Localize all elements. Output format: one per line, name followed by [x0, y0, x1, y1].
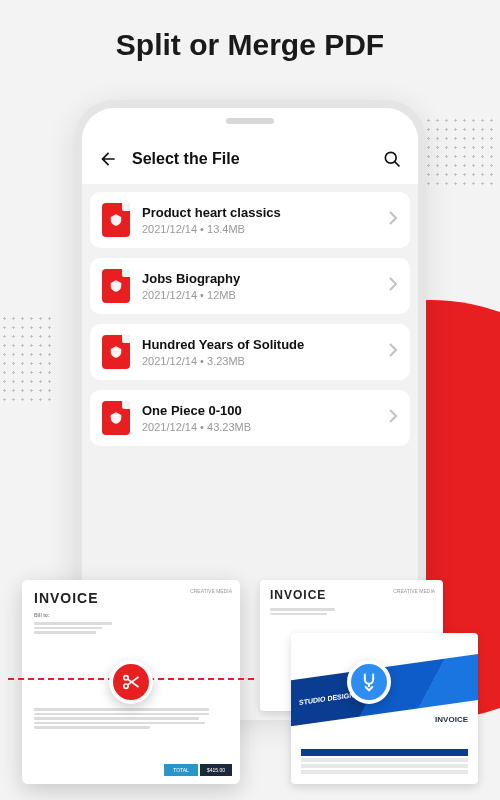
app-header: Select the File — [82, 134, 418, 184]
merge-page-front: STUDIO DESIGN INVOICE — [291, 633, 478, 784]
header-title: Select the File — [132, 150, 368, 168]
file-name: Product heart classics — [142, 205, 376, 220]
scissors-icon — [121, 672, 141, 692]
phone-notch — [226, 118, 274, 124]
merge-action-badge[interactable] — [347, 660, 391, 704]
file-meta: 2021/12/14 • 3.23MB — [142, 355, 376, 367]
file-info: One Piece 0-100 2021/12/14 • 43.23MB — [142, 403, 376, 433]
billto-label: Bill to: — [34, 612, 228, 618]
merge-preview-card: INVOICE CREATIVE MEDIA STUDIO DESIGN INV… — [260, 580, 478, 784]
pdf-icon — [102, 401, 130, 435]
studio-label: STUDIO DESIGN — [299, 691, 354, 706]
chevron-right-icon — [388, 408, 398, 428]
file-meta: 2021/12/14 • 13.4MB — [142, 223, 376, 235]
file-meta: 2021/12/14 • 12MB — [142, 289, 376, 301]
file-row[interactable]: Jobs Biography 2021/12/14 • 12MB — [90, 258, 410, 314]
file-list: Product heart classics 2021/12/14 • 13.4… — [82, 184, 418, 464]
brand-label: CREATIVE MEDIA — [190, 588, 232, 594]
chevron-right-icon — [388, 342, 398, 362]
brand-label: CREATIVE MEDIA — [393, 588, 435, 594]
preview-cards: INVOICE CREATIVE MEDIA Bill to: TOTAL — [22, 580, 478, 784]
file-info: Hundred Years of Solitude 2021/12/14 • 3… — [142, 337, 376, 367]
total-bar: TOTAL $415.00 — [164, 764, 232, 776]
total-label: TOTAL — [164, 764, 198, 776]
file-meta: 2021/12/14 • 43.23MB — [142, 421, 376, 433]
chevron-right-icon — [388, 276, 398, 296]
svg-line-1 — [395, 162, 400, 167]
search-icon — [382, 149, 402, 169]
file-name: Hundred Years of Solitude — [142, 337, 376, 352]
arrow-left-icon — [98, 149, 118, 169]
file-name: Jobs Biography — [142, 271, 376, 286]
svg-point-0 — [385, 152, 396, 163]
file-row[interactable]: One Piece 0-100 2021/12/14 • 43.23MB — [90, 390, 410, 446]
merge-icon — [359, 672, 379, 692]
file-name: One Piece 0-100 — [142, 403, 376, 418]
back-button[interactable] — [96, 147, 120, 171]
decoration-dots — [0, 314, 52, 404]
pdf-icon — [102, 203, 130, 237]
search-button[interactable] — [380, 147, 404, 171]
file-info: Jobs Biography 2021/12/14 • 12MB — [142, 271, 376, 301]
invoice-table — [301, 749, 468, 776]
split-action-badge[interactable] — [109, 660, 153, 704]
chevron-right-icon — [388, 210, 398, 230]
file-row[interactable]: Product heart classics 2021/12/14 • 13.4… — [90, 192, 410, 248]
pdf-icon — [102, 335, 130, 369]
pdf-icon — [102, 269, 130, 303]
text-lines — [270, 608, 433, 615]
text-lines — [34, 708, 228, 729]
total-value: $415.00 — [200, 764, 232, 776]
file-row[interactable]: Hundred Years of Solitude 2021/12/14 • 3… — [90, 324, 410, 380]
text-lines — [34, 622, 228, 634]
hero-title: Split or Merge PDF — [0, 0, 500, 86]
invoice-heading-small: INVOICE — [435, 715, 468, 724]
split-preview-card: INVOICE CREATIVE MEDIA Bill to: TOTAL — [22, 580, 240, 784]
file-info: Product heart classics 2021/12/14 • 13.4… — [142, 205, 376, 235]
